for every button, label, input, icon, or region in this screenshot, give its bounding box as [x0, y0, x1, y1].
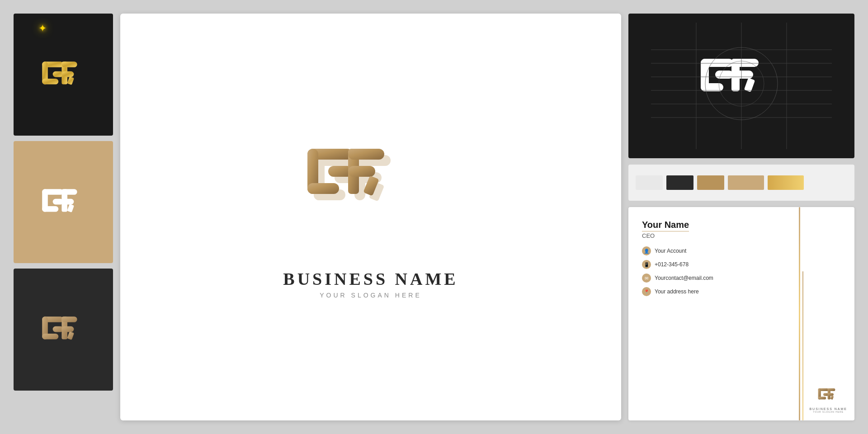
logo-dark-thumb — [38, 309, 88, 350]
construction-card[interactable] — [628, 14, 854, 158]
business-name-label: BUSINESS NAME — [283, 269, 458, 289]
bc-corner-logo — [816, 385, 841, 405]
bc-account: Your Account — [655, 248, 686, 254]
bc-title: CEO — [642, 232, 841, 239]
bc-logo-corner: BUSINESS NAME YOUR SLOGAN HERE — [809, 385, 847, 413]
bc-name: Your Name — [642, 220, 689, 231]
thumbnail-tan-white[interactable] — [14, 141, 113, 263]
bc-account-row: 👤 Your Account — [642, 246, 841, 255]
svg-rect-23 — [67, 331, 74, 340]
account-icon: 👤 — [642, 246, 651, 255]
main-logo-svg — [298, 135, 443, 262]
email-icon: ✉ — [642, 274, 651, 283]
svg-rect-10 — [42, 206, 58, 212]
bc-address: Your address here — [655, 288, 699, 295]
svg-rect-37 — [348, 149, 384, 160]
svg-rect-13 — [61, 189, 77, 195]
bc-phone-row: 📱 +012-345-678 — [642, 260, 841, 269]
svg-rect-2 — [42, 79, 58, 85]
color-swatches-card — [628, 165, 854, 201]
bc-email: Yourcontact@email.com — [655, 275, 713, 281]
svg-rect-34 — [307, 183, 339, 194]
slogan-label: YOUR SLOGAN HERE — [320, 292, 421, 299]
right-column: Your Name CEO 👤 Your Account 📱 +012-345-… — [628, 14, 854, 420]
svg-rect-61 — [818, 396, 826, 399]
swatch-dark — [666, 175, 693, 190]
bc-email-row: ✉ Yourcontact@email.com — [642, 274, 841, 283]
svg-rect-66 — [830, 396, 834, 400]
logo-tan-thumb — [38, 182, 88, 222]
svg-rect-64 — [827, 388, 835, 391]
svg-rect-7 — [67, 76, 74, 85]
svg-rect-21 — [61, 316, 77, 322]
svg-rect-18 — [42, 334, 58, 340]
thumbnail-dark-gold[interactable]: ✦ — [14, 14, 113, 136]
bc-slogan-small: YOUR SLOGAN HERE — [809, 410, 847, 413]
gold-accent-line-2 — [802, 271, 803, 420]
svg-rect-14 — [61, 199, 74, 205]
bc-biz-small: BUSINESS NAME — [809, 407, 847, 410]
swatch-tan-dark — [697, 175, 724, 190]
main-logo-display: BUSINESS NAME YOUR SLOGAN HERE — [120, 14, 621, 420]
svg-rect-15 — [67, 204, 74, 212]
bc-phone: +012-345-678 — [655, 261, 689, 268]
svg-rect-5 — [61, 61, 77, 67]
gold-accent-line-1 — [799, 207, 800, 420]
grid-construction-lines — [628, 14, 854, 158]
location-icon: 📍 — [642, 287, 651, 296]
thumbnail-column: ✦ — [14, 14, 113, 420]
svg-rect-6 — [61, 71, 74, 77]
swatch-bright-gold — [768, 175, 804, 190]
sparkle-decoration: ✦ — [38, 23, 47, 34]
bc-address-row: 📍 Your address here — [642, 287, 841, 296]
swatch-light-gray — [636, 175, 663, 190]
main-container: ✦ — [14, 14, 854, 420]
phone-icon: 📱 — [642, 260, 651, 269]
logo-gold-thumb — [38, 54, 88, 95]
swatch-gold — [728, 175, 764, 190]
svg-rect-22 — [61, 326, 74, 332]
svg-rect-38 — [348, 166, 375, 177]
svg-rect-65 — [827, 393, 833, 396]
thumbnail-dark-tan[interactable] — [14, 269, 113, 391]
business-card[interactable]: Your Name CEO 👤 Your Account 📱 +012-345-… — [628, 207, 854, 420]
